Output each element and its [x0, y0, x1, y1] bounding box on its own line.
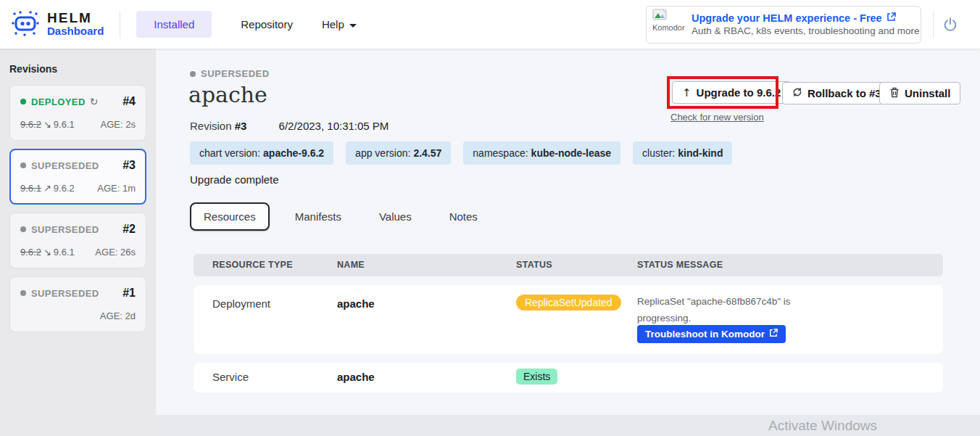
column-status: STATUS: [516, 260, 552, 270]
status-dot-superseded: [190, 71, 196, 77]
revision-age: AGE: 1m: [97, 183, 136, 194]
trash-icon: [889, 87, 900, 100]
brand-subtitle: Dashboard: [47, 25, 104, 37]
main-nav: Installed Repository Help: [136, 11, 356, 38]
footer-strip: Activate Windows: [156, 415, 980, 436]
rollback-button[interactable]: Rollback to #3: [782, 82, 892, 104]
downgrade-arrow-icon: ↘: [43, 119, 51, 130]
revision-number: #4: [122, 95, 136, 108]
external-link-icon: [769, 329, 778, 340]
chart-version-pill: chart version:apache-9.6.2: [190, 141, 333, 165]
brand-title: HELM: [47, 10, 92, 25]
sidebar-title: Revisions: [9, 63, 146, 75]
revision-number: #2: [122, 223, 136, 236]
troubleshoot-komodor-button[interactable]: Troubleshoot in Komodor: [637, 325, 786, 343]
tab-manifests[interactable]: Manifests: [283, 204, 354, 229]
resource-type-cell: Service: [212, 371, 249, 383]
power-button[interactable]: [942, 17, 958, 33]
release-detail-panel: SUPERSEDED apache Revision #3 6/2/2023, …: [156, 49, 980, 436]
revision-status: SUPERSEDED: [31, 224, 99, 235]
table-row-service: Service apache Exists: [194, 363, 943, 392]
revision-info-line: Revision #3 6/2/2023, 10:31:05 PM: [190, 120, 389, 132]
resource-type-cell: Deployment: [212, 297, 270, 310]
release-status: SUPERSEDED: [190, 68, 270, 79]
uninstall-button[interactable]: Uninstall: [879, 82, 960, 104]
namespace-pill: namespace:kube-node-lease: [463, 141, 620, 165]
version-from: 9.6.2: [20, 119, 41, 130]
nav-repository[interactable]: Repository: [241, 18, 293, 30]
version-from: 9.6.1: [20, 183, 41, 194]
status-dot-superseded: [20, 226, 26, 232]
tab-values[interactable]: Values: [367, 204, 424, 229]
revision-card-3-selected[interactable]: SUPERSEDED #3 9.6.1 ↗ 9.6.2 AGE: 1m: [9, 149, 146, 205]
broken-image-alt-text: Komodor: [652, 23, 686, 32]
external-link-icon: [886, 12, 896, 24]
version-from: 9.6.2: [20, 247, 41, 258]
status-badge-exists: Exists: [516, 369, 557, 384]
activate-windows-watermark: Activate Windows: [768, 418, 877, 434]
status-dot-deployed: [20, 99, 26, 104]
revisions-sidebar: Revisions DEPLOYED ↻ #4 9.6.2 ↘ 9.6.1 AG…: [0, 49, 156, 436]
resource-name-cell: apache: [337, 297, 375, 310]
check-new-version-link[interactable]: Check for new version: [670, 112, 764, 123]
promo-title: Upgrade your HELM experience - Free: [692, 12, 913, 24]
column-name: NAME: [337, 260, 365, 270]
revision-status: SUPERSEDED: [31, 288, 99, 299]
header-divider: [120, 11, 120, 38]
status-dot-superseded: [20, 290, 26, 296]
table-row-deployment: Deployment apache ReplicaSetUpdated Repl…: [194, 285, 943, 354]
top-bar: HELM Dashboard Installed Repository Help…: [0, 0, 980, 49]
downgrade-arrow-icon: ↘: [43, 247, 51, 258]
revision-card-1[interactable]: SUPERSEDED #1 AGE: 2d: [9, 276, 146, 332]
revision-status: SUPERSEDED: [31, 160, 99, 171]
refresh-icon: ↻: [90, 96, 99, 107]
nav-help-menu[interactable]: Help: [322, 18, 357, 30]
status-message-line1: ReplicaSet "apache-68fb867c4b" is: [637, 296, 790, 307]
revision-number: #3: [122, 159, 136, 172]
nav-installed[interactable]: Installed: [136, 11, 212, 38]
release-title: apache: [188, 82, 267, 107]
column-resource-type: RESOURCE TYPE: [212, 260, 293, 270]
release-meta-row: chart version:apache-9.6.2 app version:2…: [190, 141, 732, 165]
helm-dashboard-app: HELM Dashboard Installed Repository Help…: [0, 0, 980, 436]
revision-card-2[interactable]: SUPERSEDED #2 9.6.2 ↘ 9.6.1 AGE: 26s: [9, 213, 146, 268]
revision-number: #1: [122, 287, 136, 300]
version-to: 9.6.1: [54, 247, 75, 258]
chevron-down-icon: [349, 24, 357, 28]
status-dot-superseded: [20, 163, 26, 168]
detail-tabs: Resources Manifests Values Notes: [190, 202, 490, 231]
cluster-pill: cluster:kind-kind: [633, 141, 732, 165]
revision-age: AGE: 26s: [95, 247, 136, 258]
status-badge-replicasetupdated: ReplicaSetUpdated: [516, 295, 621, 310]
app-version-pill: app version:2.4.57: [346, 141, 451, 165]
resource-name-cell: apache: [337, 371, 375, 383]
revision-number: #3: [235, 120, 247, 132]
revision-age: AGE: 2s: [101, 119, 136, 130]
rollback-cycle-icon: [792, 87, 802, 99]
komodor-promo-banner[interactable]: Komodor Upgrade your HELM experience - F…: [646, 6, 921, 44]
tab-resources[interactable]: Resources: [190, 202, 270, 231]
tab-notes[interactable]: Notes: [437, 204, 490, 229]
status-message-line2: progressing.: [637, 313, 691, 324]
broken-image-placeholder: Komodor: [652, 9, 686, 41]
revision-status: DEPLOYED: [31, 96, 86, 107]
helm-robot-icon: [10, 8, 41, 41]
resources-table: RESOURCE TYPE NAME STATUS STATUS MESSAGE…: [194, 254, 943, 392]
upgrade-arrow-icon: ↗: [43, 183, 51, 194]
promo-subtitle: Auth & RBAC, k8s events, troubleshooting…: [692, 25, 919, 36]
release-description: Upgrade complete: [190, 173, 279, 186]
header-divider-right: [933, 11, 934, 38]
red-annotation-box: [667, 76, 778, 109]
install-date: 6/2/2023, 10:31:05 PM: [279, 120, 389, 132]
column-status-message: STATUS MESSAGE: [637, 260, 723, 270]
table-header: RESOURCE TYPE NAME STATUS STATUS MESSAGE: [194, 254, 943, 276]
brand-logo[interactable]: HELM Dashboard: [10, 8, 104, 41]
revision-age: AGE: 2d: [100, 310, 136, 321]
version-to: 9.6.2: [54, 183, 75, 194]
revision-card-4[interactable]: DEPLOYED ↻ #4 9.6.2 ↘ 9.6.1 AGE: 2s: [9, 85, 146, 141]
version-to: 9.6.1: [54, 119, 75, 130]
